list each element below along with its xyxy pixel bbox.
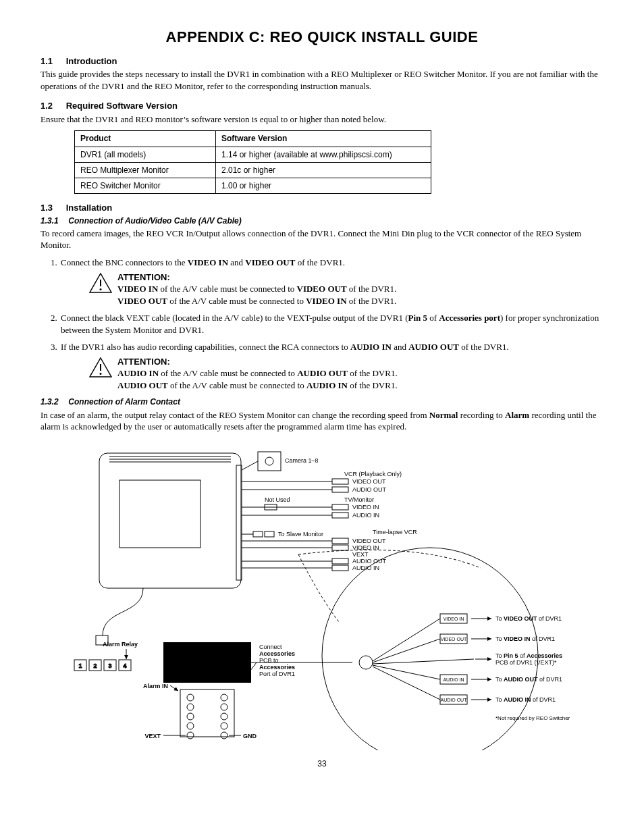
svg-line-61	[373, 619, 440, 661]
bold: AUDIO OUT	[297, 368, 348, 378]
attention-heading: ATTENTION:	[117, 356, 398, 368]
table-row: REO Switcher Monitor 1.00 or higher	[75, 178, 431, 193]
svg-line-14	[242, 461, 258, 470]
bold: VIDEO IN	[306, 296, 346, 306]
bold: VIDEO OUT	[245, 257, 295, 267]
svg-point-58	[359, 656, 373, 669]
label-gnd: GND	[243, 733, 257, 739]
bold: Accessories port	[439, 313, 500, 323]
heading-text: Connection of Audio/Video Cable (A/V Cab…	[68, 216, 241, 226]
attention-block-audio: ATTENTION: AUDIO IN of the A/V cable mus…	[89, 356, 603, 392]
bold: VIDEO IN	[117, 284, 158, 294]
attention-block-video: ATTENTION: VIDEO IN of the A/V cable mus…	[89, 271, 603, 307]
label-acc-2: Accessories	[259, 650, 295, 657]
heading-text: Required Software Version	[66, 101, 178, 111]
svg-point-2	[100, 288, 102, 290]
zoom-label-audio-out: AUDIO OUT	[441, 698, 468, 702]
bold: AUDIO OUT	[408, 342, 459, 352]
label-to-pin5-tail: PCB of DVR1 (VEXT)*	[495, 659, 557, 666]
heading-num: 1.3.1	[41, 215, 66, 226]
svg-rect-37	[180, 689, 234, 737]
attention-heading: ATTENTION:	[117, 271, 396, 284]
svg-rect-29	[332, 558, 348, 564]
svg-rect-28	[332, 545, 348, 550]
cell-product: REO Switcher Monitor	[75, 178, 216, 193]
table-row: DVR1 (all models) 1.14 or higher (availa…	[75, 147, 431, 162]
svg-rect-7	[119, 480, 200, 548]
label-tvm-head: TV/Monitor	[344, 496, 374, 503]
alarm-contact-paragraph: In case of an alarm, the output relay co…	[41, 409, 603, 433]
label-vcr-audio-out: AUDIO OUT	[352, 486, 387, 493]
svg-point-45	[221, 723, 227, 729]
text: of the DVR1.	[295, 257, 345, 267]
heading-num: 1.1	[41, 55, 63, 68]
bold: Pin 5	[408, 313, 427, 323]
svg-point-38	[187, 694, 194, 701]
label-to-pin5: To Pin 5 of Accessories	[495, 652, 562, 659]
bold: Normal	[429, 410, 458, 420]
label-tl-vext: VEXT	[352, 551, 369, 558]
heading-num: 1.2	[41, 100, 63, 112]
label-tl-audio-in: AUDIO IN	[352, 565, 379, 571]
bold: VIDEO OUT	[297, 284, 347, 294]
svg-rect-24	[253, 531, 263, 537]
label-acc-5: Port of DVR1	[259, 671, 295, 677]
label-tl-video-out: VIDEO OUT	[352, 538, 386, 544]
svg-rect-6	[99, 453, 241, 588]
install-steps: Connect the BNC connectors to the VIDEO …	[41, 257, 603, 391]
svg-point-43	[221, 713, 227, 720]
svg-point-47	[221, 732, 227, 739]
zoom-label-audio-in: AUDIO IN	[443, 677, 464, 682]
bold: AUDIO OUT	[117, 380, 168, 390]
label-tvm-video-in: VIDEO IN	[352, 504, 379, 511]
cell-product: REO Multiplexer Monitor	[75, 162, 216, 178]
svg-rect-15	[332, 479, 348, 484]
label-tvm-audio-in: AUDIO IN	[352, 512, 379, 519]
attention-line: AUDIO OUT of the A/V cable must be conne…	[117, 380, 398, 392]
attention-line: AUDIO IN of the A/V cable must be connec…	[117, 367, 398, 380]
label-alarm-in: Alarm IN	[143, 683, 168, 689]
cell-version: 2.01c or higher	[216, 162, 431, 178]
text: of the A/V cable must be connected to	[158, 284, 296, 294]
svg-rect-36	[163, 642, 251, 683]
cell-version: 1.14 or higher (available at www.philips…	[216, 147, 431, 162]
text: of the DVR1.	[347, 284, 397, 294]
label-to-audio-out: To AUDIO OUT of DVR1	[495, 676, 562, 683]
th-product: Product	[75, 131, 216, 147]
svg-point-5	[100, 373, 102, 375]
svg-rect-20	[332, 513, 348, 518]
table-header-row: Product Software Version	[75, 131, 431, 147]
label-alarm-relay: Alarm Relay	[103, 641, 138, 648]
zoom-label-video-in: VIDEO IN	[444, 617, 464, 621]
text: and	[228, 257, 245, 267]
text: of the A/V cable must be connected to	[168, 380, 306, 390]
svg-line-55	[170, 685, 178, 691]
label-box-1: 1	[78, 662, 82, 669]
text: Connect the BNC connectors to the	[61, 257, 188, 267]
attention-line: VIDEO OUT of the A/V cable must be conne…	[117, 295, 396, 307]
svg-rect-30	[332, 565, 348, 571]
text: recording to	[458, 410, 505, 420]
heading-text: Connection of Alarm Contact	[68, 397, 180, 407]
heading-1-3: 1.3 Installation	[41, 202, 603, 214]
label-vcr-video-out: VIDEO OUT	[352, 478, 386, 485]
svg-line-68	[373, 667, 440, 700]
heading-text: Installation	[66, 203, 113, 213]
label-acc-1: Connect	[259, 644, 282, 650]
bold: Alarm	[505, 410, 529, 420]
bold: AUDIO IN	[117, 368, 159, 378]
attention-line: VIDEO IN of the A/V cable must be connec…	[117, 283, 396, 295]
page-number: 33	[41, 758, 603, 769]
heading-num: 1.3.2	[41, 396, 66, 407]
label-vcr-head: VCR (Playback Only)	[344, 471, 402, 477]
bold: AUDIO IN	[350, 342, 392, 352]
label-to-video-in: To VIDEO IN of DVR1	[495, 635, 555, 642]
svg-line-66	[373, 665, 440, 679]
text: of the DVR1.	[347, 296, 397, 306]
label-vext: VEXT	[144, 733, 161, 739]
text: of the DVR1.	[459, 342, 509, 352]
software-version-table: Product Software Version DVR1 (all model…	[74, 130, 431, 194]
svg-point-41	[221, 704, 227, 710]
table-row: REO Multiplexer Monitor 2.01c or higher	[75, 162, 431, 178]
label-to-video-out: To VIDEO OUT of DVR1	[495, 615, 562, 622]
